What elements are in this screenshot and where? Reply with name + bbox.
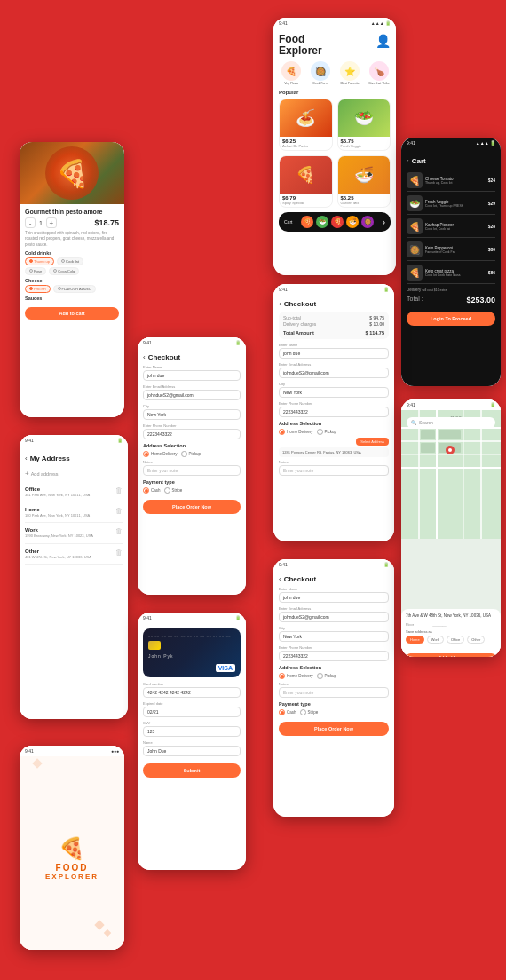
addr-type-row: Home Work Office Other [406,636,496,644]
cart-item-img-2: 🥗 [407,195,423,211]
address-office-info: Office 381 Park Ave, New York, NY 10011,… [25,486,90,497]
phone-input-3[interactable]: 2223443322 [279,651,389,661]
stripe-option-3[interactable]: Stripe [300,709,319,715]
cat-most-fav[interactable]: ⭐ Most Favorite [337,61,362,85]
home-delivery-option-3[interactable]: Home Delivery [279,673,313,679]
total-amount-val: $ 114.75 [366,330,384,336]
option-flavour[interactable]: FLAVOUR ADDED [53,285,97,293]
address-back-arrow[interactable]: ‹ [25,454,28,462]
floor-input[interactable]: _______ [432,622,447,627]
cat-give-thike[interactable]: 🍗 Give that Thike [367,61,391,85]
name-input-3[interactable]: john due [279,592,389,603]
trash-icon-other[interactable]: 🗑 [115,549,123,557]
email-input-3[interactable]: johndueS2@gmail.com [279,612,389,622]
food-card-3[interactable]: 🍕 $6.79 Spicy Special [279,155,333,208]
checkout-back-row-1: ‹ Checkout [143,353,241,361]
expiry-input[interactable]: 02/21 [143,707,241,717]
email-label-3: Enter Email Address [279,606,389,611]
addr-type-office-btn[interactable]: Office [447,636,464,644]
cart-bar[interactable]: Cart 🍕 🥗 🍕 🍜 🥘 › [279,212,391,232]
food-img-3: 🍕 [280,156,332,194]
addr-type-home-btn[interactable]: Home [406,636,424,644]
cart-item-sub-3: Cook lot, Cook fat [425,227,486,231]
food-card-2[interactable]: 🥗 $6.75 Fresh Veggie [337,99,391,151]
login-to-proceed-btn[interactable]: Login To Proceed [407,312,495,326]
increase-btn[interactable]: + [46,217,57,228]
map-search-bar[interactable]: 🔍 Search [407,417,495,428]
cardholder-name-input[interactable]: John Due [143,746,241,756]
add-address-map-btn[interactable]: Add address [406,653,496,657]
cash-label-1: Cash [151,488,161,493]
pickup-option-1[interactable]: Pickup [181,451,202,457]
profile-icon[interactable]: 👤 [376,34,391,48]
cash-option-1[interactable]: Cash [143,487,161,494]
cvv-input[interactable]: 123 [143,726,241,737]
option-thumbsup[interactable]: Thumb up [25,257,54,265]
radio-pickup-2 [317,429,323,435]
decrease-btn[interactable]: - [25,217,36,228]
place-order-btn-1[interactable]: Place Order Now [143,500,241,514]
card-screen: ×× ×× ×× ×× ×× ×× ×× ×× ×× ×× ×× ×× ×× J… [138,623,246,783]
notes-input-3[interactable]: Enter your note [279,687,389,698]
notes-input-2[interactable]: Enter your note [279,465,389,476]
quantity-control[interactable]: - 1 + [25,217,57,228]
email-input-1[interactable]: johndueS2@gmail.com [143,390,241,400]
delivery-charge-label: Delivery charges [283,321,316,327]
select-address-btn[interactable]: Select Address [356,438,389,446]
addr-type-other-btn[interactable]: Other [467,636,485,644]
cart-item-price-1: $24 [488,178,495,183]
back-arrow-1[interactable]: ‹ [143,353,146,361]
expiry-field: Expired date 02/21 [143,701,241,717]
trash-icon-home[interactable]: 🗑 [115,507,123,515]
place-order-btn-3[interactable]: Place Order Now [279,722,389,736]
cart-screen: ‹ Cart 🍕 Cheese Tomato Thumb up, Cook lo… [401,148,501,386]
notes-input-1[interactable]: Enter your note [143,465,241,476]
pickup-option-3[interactable]: Pickup [317,673,337,679]
submit-card-btn[interactable]: Submit [143,763,241,778]
options-row-2: Rose Coca-Cola [25,267,119,275]
back-arrow-3[interactable]: ‹ [279,575,281,583]
add-address-row[interactable]: + Add address [25,470,123,478]
cash-option-3[interactable]: Cash [279,709,296,715]
phone-input-1[interactable]: 2223443322 [143,429,241,439]
home-delivery-option-1[interactable]: Home Delivery [143,451,178,457]
option-cola[interactable]: Coca-Cola [49,267,79,275]
city-input-1[interactable]: New York [143,409,241,420]
notes-label-1: Notes [143,460,241,464]
option-fresh[interactable]: FRESH [25,285,51,293]
add-to-cart-btn[interactable]: Add to cart [25,307,119,320]
home-delivery-option-2[interactable]: Home Delivery [279,429,313,435]
cat-cook-farm[interactable]: 🥘 Cook Farm [308,61,333,85]
pickup-option-2[interactable]: Pickup [317,429,337,435]
cat-veg-pizza[interactable]: 🍕 Veg Pizza [279,61,304,85]
phone-input-2[interactable]: 2223443322 [279,407,389,417]
addr-detail-office: 381 Park Ave, New York, NY 10011, USA [25,493,90,497]
trash-icon-work[interactable]: 🗑 [115,527,123,535]
svg-rect-0 [94,920,104,929]
back-arrow-2[interactable]: ‹ [279,300,281,308]
name-input-2[interactable]: john due [279,348,389,359]
city-input-2[interactable]: New York [279,387,389,398]
status-bar-cart: 9:41 ▲▲▲ 🔋 [401,138,501,148]
cart-item-sub-5: Cook lot Cook Kato Muss [425,273,486,277]
addr-type-work-btn[interactable]: Work [427,636,444,644]
splash-title-food: FOOD [56,863,89,873]
cart-total-row: Total : $253.00 [407,296,495,304]
option-rose[interactable]: Rose [25,267,46,275]
card-number-input[interactable]: 4242 4242 4242 4242 [143,687,241,698]
food-card-1[interactable]: 🍝 $6.25 Achari Dc Pasta [279,99,333,151]
option-cookfat[interactable]: Cook fat [57,257,83,265]
stripe-option-1[interactable]: Stripe [164,487,183,494]
address-detail-display: 1281 Pompey Center Rd, Fabius, NY 13063,… [279,447,389,457]
notes-field-1: Notes Enter your note [143,460,241,476]
email-input-2[interactable]: johndueS2@gmail.com [279,368,389,378]
checkout-screen-2: ‹ Checkout Sub-total $ 94.75 Delivery ch… [273,295,394,541]
name-input-1[interactable]: john due [143,370,241,381]
cart-item-price-5: $86 [488,270,495,275]
addr-sel-label-3: Address Selection [279,665,389,670]
trash-icon-office[interactable]: 🗑 [115,486,123,494]
cart-back-arrow[interactable]: ‹ [407,157,409,165]
food-card-4[interactable]: 🍜 $6.25 Garden Mix [337,155,391,208]
city-field-1: City New York [143,404,241,420]
city-input-3[interactable]: New York [279,631,389,642]
